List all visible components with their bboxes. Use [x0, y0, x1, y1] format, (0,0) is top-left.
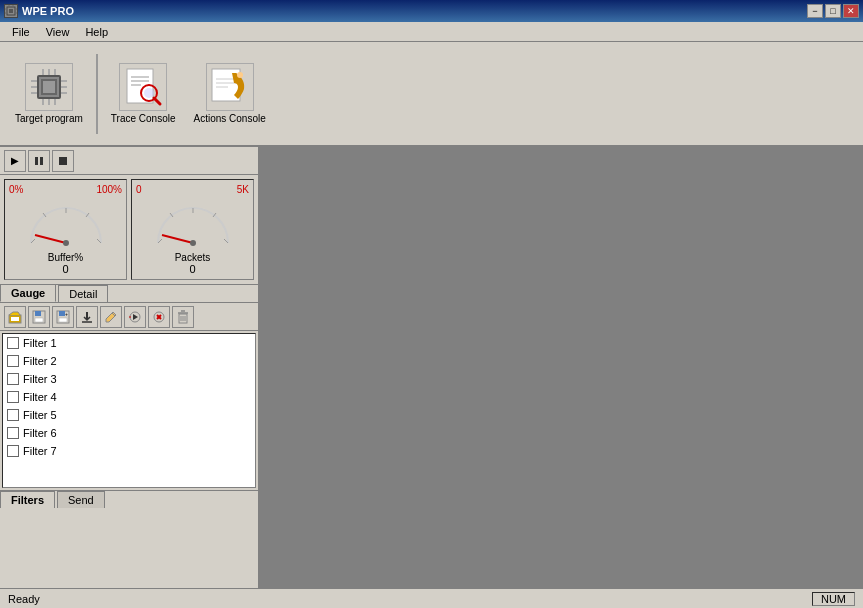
svg-line-51 [162, 235, 193, 243]
app-icon [4, 4, 18, 18]
filter-label-1: Filter 1 [23, 337, 57, 349]
maximize-button[interactable]: □ [825, 4, 841, 18]
stop-filter-button[interactable] [148, 306, 170, 328]
svg-rect-11 [43, 81, 55, 93]
filter-checkbox-1[interactable] [7, 337, 19, 349]
svg-point-45 [63, 240, 69, 246]
trace-console-icon [119, 63, 167, 111]
svg-point-52 [190, 240, 196, 246]
filter-scroll[interactable]: Filter 1 Filter 2 Filter 3 Filter 4 Filt… [3, 334, 255, 487]
target-program-button[interactable]: Target program [8, 58, 90, 129]
gauge-tabs: Gauge Detail [0, 285, 258, 303]
num-indicator: NUM [812, 592, 855, 606]
open-filter-button[interactable] [4, 306, 26, 328]
actions-console-icon [206, 63, 254, 111]
packets-gauge-labels: 0 5K [136, 184, 249, 195]
menu-bar: File View Help [0, 22, 863, 42]
filter-item-5[interactable]: Filter 5 [3, 406, 255, 424]
target-program-icon [25, 63, 73, 111]
svg-rect-38 [59, 157, 67, 165]
trace-console-label: Trace Console [111, 113, 176, 124]
filter-label-4: Filter 4 [23, 391, 57, 403]
packets-gauge-value: 0 [189, 263, 195, 275]
bottom-tabs: Filters Send [0, 490, 258, 508]
packets-gauge-svg [148, 195, 238, 250]
filter-checkbox-6[interactable] [7, 427, 19, 439]
packets-gauge: 0 5K Packets 0 [131, 179, 254, 280]
filter-label-7: Filter 7 [23, 445, 57, 457]
packets-min-label: 0 [136, 184, 142, 195]
filter-checkbox-2[interactable] [7, 355, 19, 367]
download-button[interactable] [76, 306, 98, 328]
filter-item-3[interactable]: Filter 3 [3, 370, 255, 388]
gauge-tab[interactable]: Gauge [0, 284, 56, 302]
buffer-gauge-title: Buffer% [48, 252, 83, 263]
main-container: ▶ 0% 100% [0, 147, 863, 588]
filter-list: Filter 1 Filter 2 Filter 3 Filter 4 Filt… [2, 333, 256, 488]
actions-console-button[interactable]: Actions Console [186, 58, 272, 129]
left-panel: ▶ 0% 100% [0, 147, 260, 588]
save-as-filter-button[interactable]: + [52, 306, 74, 328]
packets-gauge-title: Packets [175, 252, 211, 263]
filter-item-7[interactable]: Filter 7 [3, 442, 255, 460]
svg-text:+: + [65, 311, 68, 317]
right-panel [260, 147, 863, 588]
svg-rect-36 [35, 157, 38, 165]
svg-rect-57 [35, 318, 43, 322]
target-program-label: Target program [15, 113, 83, 124]
buffer-min-label: 0% [9, 184, 23, 195]
filters-tab[interactable]: Filters [0, 491, 55, 508]
filter-item-2[interactable]: Filter 2 [3, 352, 255, 370]
filter-checkbox-5[interactable] [7, 409, 19, 421]
buffer-gauge: 0% 100% Buffer% [4, 179, 127, 280]
svg-point-35 [237, 72, 243, 78]
svg-rect-1 [9, 9, 13, 13]
svg-point-29 [144, 88, 154, 98]
actions-console-label: Actions Console [193, 113, 265, 124]
svg-line-44 [35, 235, 66, 243]
save-filter-button[interactable] [28, 306, 50, 328]
run-button[interactable] [124, 306, 146, 328]
buffer-max-label: 100% [96, 184, 122, 195]
buffer-gauge-labels: 0% 100% [9, 184, 122, 195]
buffer-gauge-svg [21, 195, 111, 250]
filter-label-6: Filter 6 [23, 427, 57, 439]
filter-checkbox-4[interactable] [7, 391, 19, 403]
svg-rect-54 [11, 317, 19, 321]
svg-rect-56 [35, 311, 41, 316]
edit-button[interactable] [100, 306, 122, 328]
trace-console-button[interactable]: Trace Console [104, 58, 183, 129]
menu-view[interactable]: View [38, 24, 78, 40]
filter-item-1[interactable]: Filter 1 [3, 334, 255, 352]
title-bar: WPE PRO − □ ✕ [0, 0, 863, 22]
send-tab[interactable]: Send [57, 491, 105, 508]
status-text: Ready [8, 593, 40, 605]
status-bar: Ready NUM [0, 588, 863, 608]
play-button[interactable]: ▶ [4, 150, 26, 172]
svg-rect-60 [59, 318, 67, 322]
empty-area [0, 508, 258, 588]
svg-rect-37 [40, 157, 43, 165]
filter-item-6[interactable]: Filter 6 [3, 424, 255, 442]
delete-button[interactable] [172, 306, 194, 328]
filter-item-4[interactable]: Filter 4 [3, 388, 255, 406]
buffer-gauge-value: 0 [62, 263, 68, 275]
window-title: WPE PRO [22, 5, 74, 17]
gauges-area: 0% 100% Buffer% [0, 175, 258, 285]
pause-button[interactable] [28, 150, 50, 172]
minimize-button[interactable]: − [807, 4, 823, 18]
filter-checkbox-7[interactable] [7, 445, 19, 457]
filter-toolbar: + [0, 303, 258, 331]
main-toolbar: Target program Trace Console [0, 42, 863, 147]
close-button[interactable]: ✕ [843, 4, 859, 18]
packets-max-label: 5K [237, 184, 249, 195]
svg-line-30 [154, 98, 160, 104]
window-controls: − □ ✕ [807, 4, 859, 18]
stop-button[interactable] [52, 150, 74, 172]
menu-help[interactable]: Help [77, 24, 116, 40]
filter-label-3: Filter 3 [23, 373, 57, 385]
menu-file[interactable]: File [4, 24, 38, 40]
filter-label-5: Filter 5 [23, 409, 57, 421]
detail-tab[interactable]: Detail [58, 285, 108, 302]
filter-checkbox-3[interactable] [7, 373, 19, 385]
